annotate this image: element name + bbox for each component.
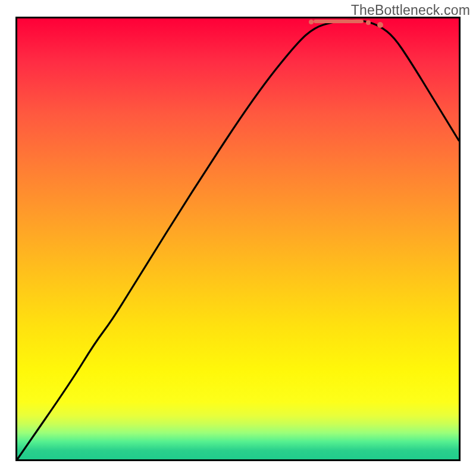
baseline-marker-dot xyxy=(377,22,383,28)
chart-container: TheBottleneck.com xyxy=(0,0,476,476)
baseline-marker-dot xyxy=(309,20,314,24)
bottleneck-curve xyxy=(17,20,459,459)
baseline-marker-dot xyxy=(366,20,371,25)
curve-layer xyxy=(17,18,459,459)
baseline-marker-bar xyxy=(314,20,364,23)
plot-area xyxy=(15,17,461,461)
watermark-text: TheBottleneck.com xyxy=(351,2,470,18)
